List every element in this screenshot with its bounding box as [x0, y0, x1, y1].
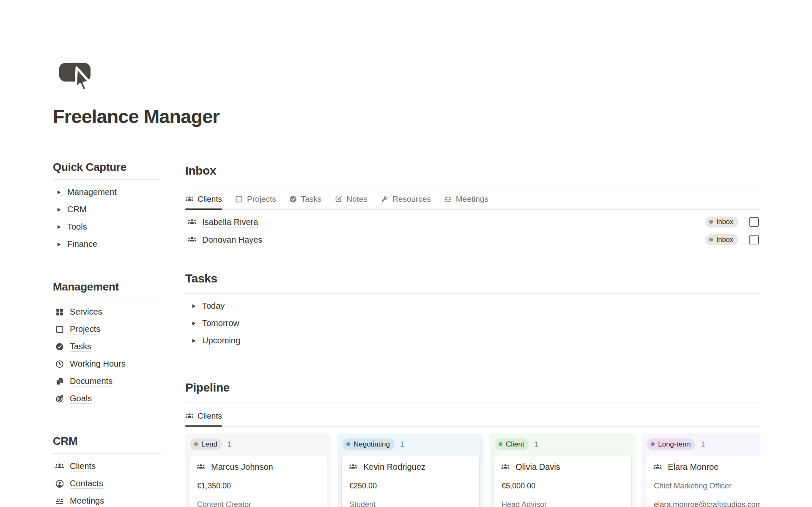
toggle-label: Upcoming [202, 336, 240, 345]
toggle-crm[interactable]: CRM [53, 201, 161, 218]
people-icon [185, 412, 194, 420]
sidebar-item-label: Working Hours [70, 359, 126, 369]
people-icon [653, 463, 662, 471]
grid-icon [55, 307, 64, 317]
card-role: Content Creator [196, 500, 320, 507]
status-dot [651, 442, 655, 446]
card-name: Elara Monroe [668, 462, 719, 472]
tasks-heading: Tasks [185, 272, 760, 294]
tab-meetings[interactable]: Meetings [444, 195, 488, 209]
client-card[interactable]: Marcus Johnson €1,350.00 Content Creator [189, 455, 327, 507]
card-name: Marcus Johnson [211, 462, 273, 472]
toggle-today[interactable]: Today [185, 297, 760, 315]
status-dot [709, 238, 713, 241]
client-card[interactable]: Kevin Rodriguez €250.00 Student [342, 455, 479, 507]
sidebar-item-label: Contacts [70, 479, 103, 488]
toggle-label: Tomorrow [202, 318, 239, 328]
sidebar-item-meetings[interactable]: Meetings [53, 492, 161, 507]
status-dot [194, 442, 198, 446]
sidebar-item-goals[interactable]: Goals [53, 390, 161, 407]
group-status-badge[interactable]: Client [495, 438, 529, 450]
row-checkbox[interactable] [749, 235, 759, 244]
inbox-heading: Inbox [185, 164, 760, 186]
tab-tasks[interactable]: Tasks [289, 195, 322, 209]
pipeline-tabbar: Clients [185, 411, 760, 427]
card-amount: €250.00 [348, 482, 472, 491]
check-circle-icon [289, 195, 297, 203]
sidebar-item-label: Projects [70, 324, 100, 334]
toggle-label: Today [202, 301, 225, 311]
toggle-arrow-icon [191, 338, 196, 343]
people-icon [501, 463, 510, 471]
square-icon [55, 325, 64, 334]
toggle-label: Management [67, 187, 117, 197]
client-card[interactable]: Elara Monroe Chief Marketing Officer ela… [646, 455, 760, 507]
toggle-arrow-icon [56, 242, 61, 247]
tab-clients[interactable]: Clients [185, 195, 222, 209]
row-checkbox[interactable] [749, 217, 759, 227]
inbox-row: Donovan Hayes Inbox [185, 231, 760, 249]
tab-label: Resources [392, 195, 431, 204]
sidebar-heading-crm: CRM [53, 434, 161, 454]
card-role: Chief Marketing Officer [653, 482, 760, 491]
sidebar-item-clients[interactable]: Clients [53, 458, 161, 475]
sidebar-item-documents[interactable]: Documents [53, 373, 161, 390]
sidebar-item-services[interactable]: Services [53, 303, 161, 321]
sidebar-item-label: Meetings [70, 496, 104, 506]
tab-pipeline-clients[interactable]: Clients [185, 411, 222, 426]
client-page-link[interactable]: Donovan Hayes [202, 235, 262, 245]
tab-label: Tasks [301, 195, 322, 204]
sidebar-item-label: Services [70, 307, 102, 317]
people-icon [187, 235, 197, 244]
card-email-link[interactable]: elara.monroe@craftstudios.com [653, 500, 760, 507]
sidebar-item-working-hours[interactable]: Working Hours [53, 355, 161, 373]
status-dot [709, 220, 713, 224]
sidebar-item-contacts[interactable]: Contacts [53, 475, 161, 492]
freelance-manager-page: Freelance Manager Quick Capture Manageme… [0, 0, 812, 507]
cursor-click-logo-icon[interactable] [57, 59, 93, 91]
edit-icon [334, 195, 343, 203]
tab-notes[interactable]: Notes [334, 195, 368, 209]
toggle-upcoming[interactable]: Upcoming [185, 332, 760, 349]
tab-label: Clients [198, 195, 222, 204]
group-count: 1 [400, 440, 404, 449]
board-column-client: Client 1 Olivia Davis €5,000.00 Head Adv… [490, 433, 636, 507]
status-label: Long-term [658, 440, 691, 449]
sidebar-item-projects[interactable]: Projects [53, 321, 161, 338]
sidebar-item-label: Goals [70, 394, 92, 403]
tab-resources[interactable]: Resources [380, 195, 431, 209]
tab-projects[interactable]: Projects [235, 195, 276, 209]
toggle-tools[interactable]: Tools [53, 218, 161, 236]
target-icon [55, 394, 64, 403]
toggle-finance[interactable]: Finance [53, 236, 161, 253]
status-label: Negotiating [354, 440, 390, 449]
pipeline-heading: Pipeline [185, 381, 760, 403]
people-icon [348, 463, 358, 471]
card-name: Olivia Davis [516, 462, 560, 472]
group-status-badge[interactable]: Lead [190, 438, 222, 450]
toggle-management[interactable]: Management [53, 184, 161, 201]
client-page-link[interactable]: Isabella Rivera [202, 217, 258, 227]
group-status-badge[interactable]: Long-term [647, 438, 695, 450]
inbox-tabbar: Clients Projects Tasks Notes Resources [185, 195, 760, 210]
sidebar-item-label: Documents [70, 376, 112, 386]
documents-icon [55, 377, 64, 386]
status-badge[interactable]: Inbox [705, 234, 738, 245]
toggle-label: Tools [67, 222, 87, 232]
group-count: 1 [701, 440, 705, 449]
status-label: Inbox [716, 235, 733, 244]
board-column-negotiating: Negotiating 1 Kevin Rodriguez €250.00 St… [337, 433, 483, 507]
group-status-badge[interactable]: Negotiating [343, 438, 395, 450]
card-role: Head Advisor [501, 500, 625, 507]
sidebar-item-tasks[interactable]: Tasks [53, 338, 161, 355]
person-circle-icon [55, 479, 64, 488]
people-icon [196, 463, 206, 471]
toggle-tomorrow[interactable]: Tomorrow [185, 315, 760, 332]
toggle-label: CRM [67, 205, 87, 214]
tab-label: Clients [198, 411, 222, 421]
check-circle-icon [55, 342, 64, 351]
status-label: Lead [201, 440, 217, 449]
client-card[interactable]: Olivia Davis €5,000.00 Head Advisor [494, 455, 631, 507]
status-badge[interactable]: Inbox [705, 217, 738, 227]
toggle-arrow-icon [191, 321, 196, 326]
